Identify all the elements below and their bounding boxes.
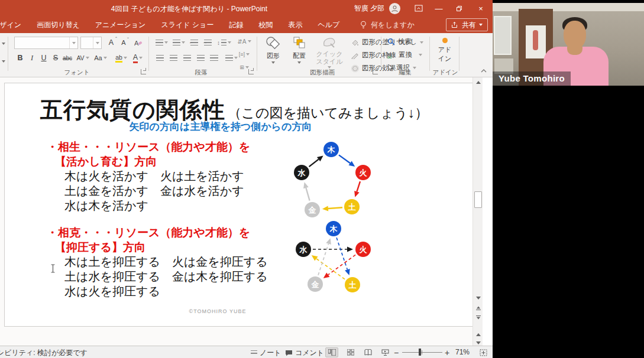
next-slide-button[interactable] <box>474 313 483 322</box>
drawing-group-label: 図形描画 <box>296 69 349 77</box>
element-node-木[interactable]: 木 <box>326 221 341 236</box>
fit-to-window-button[interactable] <box>477 347 490 357</box>
secondary-scroll-up-button[interactable] <box>474 330 483 339</box>
find-button[interactable]: 検索 <box>387 37 412 46</box>
ribbon-tab-7[interactable]: 表示 <box>280 17 310 33</box>
columns-button[interactable] <box>224 52 239 64</box>
participant-video[interactable]: Yube Tomohiro <box>493 3 644 86</box>
justify-button[interactable] <box>195 52 206 64</box>
ribbon-display-options-icon[interactable] <box>409 0 429 17</box>
notes-button[interactable]: ノート <box>251 348 281 358</box>
highlight-color-button[interactable]: ab <box>112 52 130 64</box>
zoom-in-button[interactable]: + <box>445 348 449 357</box>
ribbon-tab-1[interactable]: デザイン <box>0 17 29 33</box>
status-bar: アクセシビリティ: 検討が必要です ノート コメント − <box>0 346 493 358</box>
restore-button[interactable] <box>449 0 469 17</box>
character-spacing-button[interactable]: AV <box>75 52 91 64</box>
change-case-button[interactable]: Aa <box>92 52 109 64</box>
element-node-金[interactable]: 金 <box>308 276 323 292</box>
close-button[interactable]: × <box>469 0 493 17</box>
slide-text-section-2[interactable]: ・相克・・・リソース（能力や才能）を【抑圧する】方向木は土を抑圧する 火は金を抑… <box>47 225 268 299</box>
addin-button[interactable]: アド イン <box>433 38 456 63</box>
vertical-scrollbar[interactable] <box>473 77 483 346</box>
italic-button[interactable]: I <box>26 52 38 64</box>
section-heading: 【活かし育む】方向 <box>55 154 250 169</box>
font-dialog-launcher[interactable] <box>141 69 146 74</box>
ribbon-tab-8[interactable]: ヘルプ <box>310 17 347 33</box>
scrollbar-thumb[interactable] <box>474 191 482 208</box>
increase-indent-button[interactable]: → <box>202 37 213 48</box>
distribute-button[interactable] <box>208 52 220 64</box>
ribbon-tab-3[interactable]: アニメーション <box>88 17 154 33</box>
grow-font-button[interactable]: Aˆ <box>105 37 117 48</box>
ribbon-tab-4[interactable]: スライド ショー <box>153 17 221 33</box>
font-size-combo[interactable] <box>80 37 102 49</box>
diagram-arrowhead <box>312 255 318 261</box>
zoom-slider-track[interactable] <box>402 352 442 353</box>
strikethrough-button[interactable]: S <box>50 52 62 64</box>
element-node-火[interactable]: 火 <box>355 242 371 257</box>
replace-button[interactable]: abac 置換 <box>387 50 422 59</box>
element-node-土[interactable]: 土 <box>345 277 360 292</box>
underline-button[interactable]: U <box>38 52 50 64</box>
decrease-indent-button[interactable]: ← <box>188 37 200 48</box>
element-node-木[interactable]: 木 <box>323 142 339 157</box>
slideshow-view-button[interactable] <box>378 347 391 357</box>
section-heading: ・相克・・・リソース（能力や才能）を <box>47 225 268 240</box>
font-color-button[interactable]: A <box>130 52 145 64</box>
line-spacing-button[interactable]: ↕ <box>216 37 232 48</box>
slide-subtitle[interactable]: 矢印の方向は主導権を持つ側からの方向 <box>82 120 360 134</box>
bullets-button[interactable] <box>154 37 169 48</box>
fit-to-window-icon <box>480 349 487 356</box>
shapes-button[interactable]: 図形 <box>262 36 284 64</box>
arrange-button[interactable]: 配置 <box>288 36 310 64</box>
minimize-button[interactable]: — <box>429 0 449 17</box>
replace-icon: abac <box>387 51 396 58</box>
zoom-slider-thumb[interactable] <box>419 349 421 356</box>
account-avatar-icon[interactable] <box>389 3 400 14</box>
ribbon: Aˆ Aˇ A B I U S abc AV Aa ab A フォント ← → … <box>0 33 493 77</box>
account-name[interactable]: 智廣 夕部 <box>354 4 384 14</box>
element-node-火[interactable]: 火 <box>355 165 371 180</box>
shrink-font-button[interactable]: Aˇ <box>118 37 130 48</box>
zoom-out-button[interactable]: − <box>394 348 399 357</box>
reading-view-button[interactable] <box>361 347 374 357</box>
comments-button[interactable]: コメント <box>285 348 324 358</box>
align-left-button[interactable] <box>154 52 166 64</box>
accessibility-status[interactable]: アクセシビリティ: 検討が必要です <box>0 348 136 358</box>
align-right-button[interactable] <box>181 52 193 64</box>
slide-text-section-1[interactable]: ・相生・・・リソース（能力や才能）を【活かし育む】方向木は火を活かす 火は土を活… <box>47 139 250 213</box>
align-center-button[interactable] <box>167 52 179 64</box>
ribbon-tab-5[interactable]: 記録 <box>221 17 251 33</box>
collapse-ribbon-button[interactable] <box>478 65 490 77</box>
svg-text:火: 火 <box>359 245 368 254</box>
zoom-level[interactable]: 71% <box>455 348 470 356</box>
previous-slide-button[interactable] <box>474 304 483 313</box>
paragraph-dialog-launcher[interactable] <box>248 69 254 74</box>
share-button[interactable]: 共有 <box>446 18 488 31</box>
slide-canvas[interactable]: 木火土金水木水火金土 五行気質の関係性 （この図を描いてみましょう↓） 矢印の方… <box>4 83 477 327</box>
ribbon-tab-6[interactable]: 校閲 <box>251 17 280 33</box>
numbering-button[interactable] <box>171 37 186 48</box>
notes-icon <box>251 350 257 356</box>
element-node-土[interactable]: 土 <box>344 199 360 214</box>
drawing-dialog-launcher[interactable] <box>373 69 378 74</box>
normal-view-button[interactable] <box>325 347 338 357</box>
text-direction-button[interactable]: ⇵A <box>235 35 253 47</box>
element-node-水[interactable]: 水 <box>296 242 311 257</box>
clear-formatting-button[interactable]: A <box>132 37 144 48</box>
scroll-up-button[interactable] <box>474 78 483 87</box>
scroll-down-button[interactable] <box>474 294 483 302</box>
font-name-combo[interactable] <box>14 37 78 49</box>
bold-button[interactable]: B <box>14 52 26 64</box>
slide-sorter-view-button[interactable] <box>344 347 357 357</box>
tell-me-box[interactable]: 何をしますか <box>360 20 414 30</box>
quick-styles-button[interactable]: クイック スタイル <box>313 36 345 69</box>
ribbon-tab-2[interactable]: 画面切り替え <box>29 17 88 33</box>
editing-group-label: 編集 <box>384 69 426 77</box>
window-title: 4回目 子どもの才能を伸ばす関わり - PowerPoint <box>89 4 290 14</box>
element-node-水[interactable]: 水 <box>294 165 309 180</box>
text-shadow-button[interactable]: abc <box>62 52 73 64</box>
element-node-金[interactable]: 金 <box>305 202 320 217</box>
lightbulb-icon <box>360 21 367 30</box>
